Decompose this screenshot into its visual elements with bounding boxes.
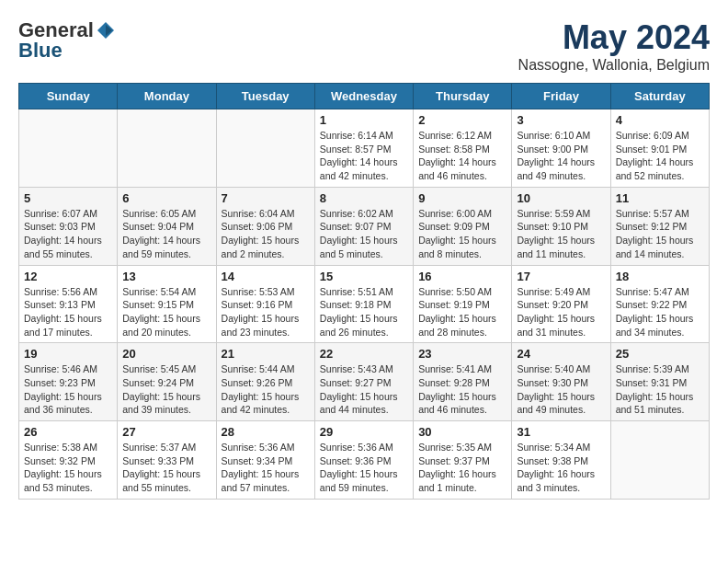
day-info: Sunrise: 5:36 AM Sunset: 9:36 PM Dayligh… <box>320 441 408 495</box>
calendar-cell: 8Sunrise: 6:02 AM Sunset: 9:07 PM Daylig… <box>314 187 413 265</box>
day-header-wednesday: Wednesday <box>314 84 413 109</box>
day-info: Sunrise: 6:02 AM Sunset: 9:07 PM Dayligh… <box>320 207 408 261</box>
week-row: 5Sunrise: 6:07 AM Sunset: 9:03 PM Daylig… <box>19 187 710 265</box>
day-number: 22 <box>320 347 408 361</box>
calendar-cell: 13Sunrise: 5:54 AM Sunset: 9:15 PM Dayli… <box>118 265 216 343</box>
day-number: 23 <box>418 347 506 361</box>
day-number: 6 <box>122 191 210 205</box>
day-number: 17 <box>517 270 605 283</box>
calendar-cell: 9Sunrise: 6:00 AM Sunset: 9:09 PM Daylig… <box>414 187 512 265</box>
day-header-sunday: Sunday <box>19 84 118 109</box>
day-number: 20 <box>122 347 210 361</box>
calendar-cell <box>19 109 118 188</box>
day-number: 2 <box>418 113 506 127</box>
calendar-cell: 24Sunrise: 5:40 AM Sunset: 9:30 PM Dayli… <box>512 343 610 421</box>
logo-icon <box>96 20 116 40</box>
day-info: Sunrise: 5:45 AM Sunset: 9:24 PM Dayligh… <box>122 362 210 417</box>
day-number: 25 <box>616 347 704 361</box>
day-number: 7 <box>222 191 310 205</box>
day-info: Sunrise: 5:49 AM Sunset: 9:20 PM Dayligh… <box>517 285 605 339</box>
calendar-cell <box>610 421 709 500</box>
day-info: Sunrise: 5:35 AM Sunset: 9:37 PM Dayligh… <box>418 441 506 495</box>
day-info: Sunrise: 6:10 AM Sunset: 9:00 PM Dayligh… <box>517 129 605 183</box>
day-number: 21 <box>222 347 310 361</box>
calendar-cell: 19Sunrise: 5:46 AM Sunset: 9:23 PM Dayli… <box>19 343 118 421</box>
day-info: Sunrise: 5:54 AM Sunset: 9:15 PM Dayligh… <box>122 285 210 339</box>
day-number: 19 <box>24 347 112 361</box>
day-info: Sunrise: 5:38 AM Sunset: 9:32 PM Dayligh… <box>24 441 112 495</box>
day-info: Sunrise: 6:04 AM Sunset: 9:06 PM Dayligh… <box>222 207 310 261</box>
day-number: 28 <box>222 425 310 439</box>
day-number: 9 <box>418 191 506 205</box>
week-row: 1Sunrise: 6:14 AM Sunset: 8:57 PM Daylig… <box>19 109 710 188</box>
day-info: Sunrise: 6:00 AM Sunset: 9:09 PM Dayligh… <box>418 207 506 261</box>
day-header-friday: Friday <box>512 84 610 109</box>
calendar-cell: 12Sunrise: 5:56 AM Sunset: 9:13 PM Dayli… <box>19 265 118 343</box>
day-info: Sunrise: 5:50 AM Sunset: 9:19 PM Dayligh… <box>418 285 506 339</box>
day-info: Sunrise: 6:14 AM Sunset: 8:57 PM Dayligh… <box>320 129 408 183</box>
day-info: Sunrise: 6:12 AM Sunset: 8:58 PM Dayligh… <box>418 129 506 183</box>
day-info: Sunrise: 5:37 AM Sunset: 9:33 PM Dayligh… <box>122 441 210 495</box>
day-info: Sunrise: 5:40 AM Sunset: 9:30 PM Dayligh… <box>517 362 605 417</box>
calendar-cell: 6Sunrise: 6:05 AM Sunset: 9:04 PM Daylig… <box>118 187 216 265</box>
week-row: 12Sunrise: 5:56 AM Sunset: 9:13 PM Dayli… <box>19 265 710 343</box>
day-info: Sunrise: 5:39 AM Sunset: 9:31 PM Dayligh… <box>616 362 704 417</box>
day-number: 10 <box>517 191 605 205</box>
calendar-cell: 1Sunrise: 6:14 AM Sunset: 8:57 PM Daylig… <box>314 109 413 188</box>
calendar-cell: 20Sunrise: 5:45 AM Sunset: 9:24 PM Dayli… <box>118 343 216 421</box>
calendar-header: SundayMondayTuesdayWednesdayThursdayFrid… <box>19 84 710 109</box>
logo-blue-text: Blue <box>18 39 63 63</box>
location-title: Nassogne, Wallonia, Belgium <box>518 57 710 74</box>
day-info: Sunrise: 5:53 AM Sunset: 9:16 PM Dayligh… <box>222 285 310 339</box>
day-info: Sunrise: 5:46 AM Sunset: 9:23 PM Dayligh… <box>24 362 112 417</box>
day-number: 13 <box>122 270 210 283</box>
day-number: 16 <box>418 270 506 283</box>
day-number: 11 <box>616 191 704 205</box>
title-area: May 2024 Nassogne, Wallonia, Belgium <box>518 18 710 74</box>
day-header-saturday: Saturday <box>610 84 709 109</box>
calendar-cell: 4Sunrise: 6:09 AM Sunset: 9:01 PM Daylig… <box>610 109 709 188</box>
calendar-cell: 23Sunrise: 5:41 AM Sunset: 9:28 PM Dayli… <box>414 343 512 421</box>
calendar-cell: 31Sunrise: 5:34 AM Sunset: 9:38 PM Dayli… <box>512 421 610 500</box>
calendar-body: 1Sunrise: 6:14 AM Sunset: 8:57 PM Daylig… <box>19 109 710 500</box>
day-info: Sunrise: 6:07 AM Sunset: 9:03 PM Dayligh… <box>24 207 112 261</box>
day-info: Sunrise: 6:05 AM Sunset: 9:04 PM Dayligh… <box>122 207 210 261</box>
calendar-cell <box>118 109 216 188</box>
calendar-cell: 14Sunrise: 5:53 AM Sunset: 9:16 PM Dayli… <box>216 265 314 343</box>
day-number: 27 <box>122 425 210 439</box>
calendar-cell: 15Sunrise: 5:51 AM Sunset: 9:18 PM Dayli… <box>314 265 413 343</box>
calendar-cell: 30Sunrise: 5:35 AM Sunset: 9:37 PM Dayli… <box>414 421 512 500</box>
header: General Blue May 2024 Nassogne, Wallonia… <box>18 18 710 74</box>
day-number: 24 <box>517 347 605 361</box>
day-header-tuesday: Tuesday <box>216 84 314 109</box>
calendar-cell: 21Sunrise: 5:44 AM Sunset: 9:26 PM Dayli… <box>216 343 314 421</box>
calendar-cell: 26Sunrise: 5:38 AM Sunset: 9:32 PM Dayli… <box>19 421 118 500</box>
calendar-cell: 7Sunrise: 6:04 AM Sunset: 9:06 PM Daylig… <box>216 187 314 265</box>
day-info: Sunrise: 5:43 AM Sunset: 9:27 PM Dayligh… <box>320 362 408 417</box>
calendar-cell: 17Sunrise: 5:49 AM Sunset: 9:20 PM Dayli… <box>512 265 610 343</box>
day-number: 30 <box>418 425 506 439</box>
day-number: 8 <box>320 191 408 205</box>
calendar-cell: 5Sunrise: 6:07 AM Sunset: 9:03 PM Daylig… <box>19 187 118 265</box>
day-info: Sunrise: 5:34 AM Sunset: 9:38 PM Dayligh… <box>517 441 605 495</box>
day-info: Sunrise: 5:59 AM Sunset: 9:10 PM Dayligh… <box>517 207 605 261</box>
calendar-cell: 27Sunrise: 5:37 AM Sunset: 9:33 PM Dayli… <box>118 421 216 500</box>
calendar-cell: 16Sunrise: 5:50 AM Sunset: 9:19 PM Dayli… <box>414 265 512 343</box>
calendar-cell: 3Sunrise: 6:10 AM Sunset: 9:00 PM Daylig… <box>512 109 610 188</box>
day-info: Sunrise: 5:41 AM Sunset: 9:28 PM Dayligh… <box>418 362 506 417</box>
calendar-cell: 29Sunrise: 5:36 AM Sunset: 9:36 PM Dayli… <box>314 421 413 500</box>
calendar-cell: 2Sunrise: 6:12 AM Sunset: 8:58 PM Daylig… <box>414 109 512 188</box>
day-info: Sunrise: 5:44 AM Sunset: 9:26 PM Dayligh… <box>222 362 310 417</box>
day-number: 31 <box>517 425 605 439</box>
calendar-cell: 18Sunrise: 5:47 AM Sunset: 9:22 PM Dayli… <box>610 265 709 343</box>
calendar-table: SundayMondayTuesdayWednesdayThursdayFrid… <box>18 83 710 500</box>
day-info: Sunrise: 5:56 AM Sunset: 9:13 PM Dayligh… <box>24 285 112 339</box>
day-info: Sunrise: 5:57 AM Sunset: 9:12 PM Dayligh… <box>616 207 704 261</box>
day-number: 15 <box>320 270 408 283</box>
week-row: 19Sunrise: 5:46 AM Sunset: 9:23 PM Dayli… <box>19 343 710 421</box>
day-number: 4 <box>616 113 704 127</box>
calendar-cell: 10Sunrise: 5:59 AM Sunset: 9:10 PM Dayli… <box>512 187 610 265</box>
day-info: Sunrise: 5:36 AM Sunset: 9:34 PM Dayligh… <box>222 441 310 495</box>
day-info: Sunrise: 5:51 AM Sunset: 9:18 PM Dayligh… <box>320 285 408 339</box>
week-row: 26Sunrise: 5:38 AM Sunset: 9:32 PM Dayli… <box>19 421 710 500</box>
